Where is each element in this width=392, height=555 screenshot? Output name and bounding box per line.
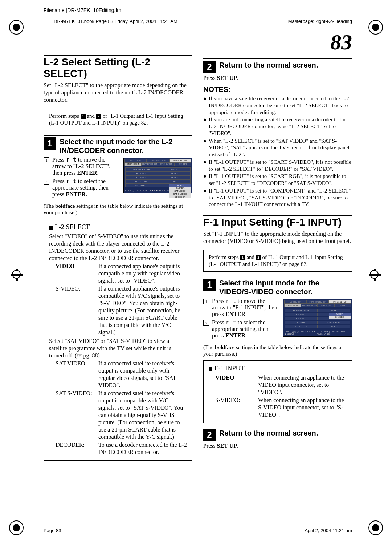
substep-2-text: Press r t to select the appropriate sett… [52,178,120,198]
book-line: DR-M7EK_01.book Page 83 Friday, April 2,… [54,19,177,24]
filename-label: Filename [DR-M7EK_10Editing.fm] [44,7,123,13]
f1-intro: Set "F-1 INPUT" to the appropriate mode … [203,230,352,245]
registration-mark-icon [9,20,24,35]
step-2-badge: 2 [203,61,216,73]
prestep-box-f1: Perform steps 1 and 2 of "L-1 Output and… [203,250,352,272]
substep-2b-text: Press r t to select the appropriate sett… [212,319,279,339]
section-title-f1-input: F-1 Input Setting (F-1 INPUT) [203,215,352,228]
step-2-title: Return to the normal screen. [219,61,352,69]
boldface-note-2: (The boldface settings in the table belo… [203,344,352,358]
f1-input-table: F-1 INPUT VIDEOWhen connecting an applia… [203,360,352,423]
step-2b-badge: 2 [203,429,216,441]
l2-intro: Set "L-2 SELECT" to the appropriate mode… [44,82,192,104]
crosshair-icon [11,269,23,281]
square-bullet-icon [209,367,212,371]
section-title-l2-select: L-2 Select Setting (L-2 SELECT) [44,55,192,80]
substep-1b-text: Press r t to move the arrow to "F-1 INPU… [212,297,279,317]
osd-screenshot-l2: DVD SET UP FUNCTION SET UP INITIAL SET U… [123,158,192,193]
substep-1-text: Press r t to move the arrow to "L-2 SELE… [52,156,120,176]
substep-1-badge: 1 [44,157,49,163]
step-1-badge: 1 [44,137,56,150]
l2-select-table: L-2 SELECT Select "VIDEO" or "S-VIDEO" t… [44,219,192,461]
step-2-body: Press SET UP. [203,74,352,82]
step-1b-badge: 1 [203,279,216,291]
crosshair-icon [369,269,381,281]
book-icon [44,18,50,24]
prestep-box-l2: Perform steps 1 and 2 of "L-1 Output and… [44,109,192,130]
step-2b-body: Press SET UP. [203,442,352,450]
boldface-note: (The boldface settings in the table belo… [44,203,192,216]
registration-mark-icon [368,520,383,535]
footer-page: Page 83 [44,528,61,533]
substep-2-badge: 2 [44,179,49,185]
step-2b-title: Return to the normal screen. [219,429,352,437]
substep-1b-badge: 1 [203,299,209,304]
substep-2b-badge: 2 [203,320,209,326]
square-bullet-icon [49,226,53,230]
notes-list: ●If you have a satellite receiver or a d… [203,95,352,208]
step-1-title: Select the input mode for the L-2 IN/DEC… [60,137,192,155]
page-number: 83 [44,30,352,55]
osd-screenshot-f1: DVD SET UP FUNCTION SET UP INITIAL SET U… [283,299,352,337]
footer-date: April 2, 2004 11:21 am [305,528,352,533]
masterpage-label: Masterpage:Right-No-Heading [288,19,352,24]
notes-heading: NOTES: [203,85,352,94]
registration-mark-icon [368,20,383,35]
step-1b-title: Select the input mode for the VIDEO/S-VI… [219,279,352,296]
registration-mark-icon [9,520,24,535]
